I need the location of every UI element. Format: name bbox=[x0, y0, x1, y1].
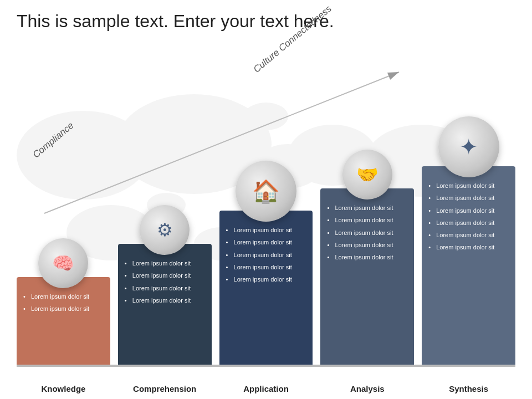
analysis-list: Lorem ipsum dolor sit Lorem ipsum dolor … bbox=[327, 204, 407, 261]
application-list: Lorem ipsum dolor sit Lorem ipsum dolor … bbox=[226, 226, 306, 283]
sphere-application: 🏠 bbox=[236, 161, 296, 222]
label-comprehension: Comprehension bbox=[118, 384, 212, 393]
list-item: Lorem ipsum dolor sit bbox=[327, 229, 407, 237]
label-knowledge: Knowledge bbox=[17, 384, 110, 393]
list-item: Lorem ipsum dolor sit bbox=[226, 251, 306, 259]
list-item: Lorem ipsum dolor sit bbox=[125, 259, 205, 267]
column-analysis: 🤝 Lorem ipsum dolor sit Lorem ipsum dolo… bbox=[320, 150, 414, 366]
list-item: Lorem ipsum dolor sit bbox=[125, 296, 205, 304]
list-item: Lorem ipsum dolor sit bbox=[327, 216, 407, 224]
bar-synthesis: Lorem ipsum dolor sit Lorem ipsum dolor … bbox=[422, 166, 515, 366]
list-item: Lorem ipsum dolor sit bbox=[428, 231, 509, 239]
column-comprehension: ⚙ Lorem ipsum dolor sit Lorem ipsum dolo… bbox=[118, 205, 212, 366]
synthesis-list: Lorem ipsum dolor sit Lorem ipsum dolor … bbox=[428, 182, 509, 252]
list-item: Lorem ipsum dolor sit bbox=[226, 263, 306, 271]
label-synthesis: Synthesis bbox=[422, 384, 515, 393]
list-item: Lorem ipsum dolor sit bbox=[428, 243, 509, 251]
list-item: Lorem ipsum dolor sit bbox=[428, 182, 509, 190]
bar-comprehension: Lorem ipsum dolor sit Lorem ipsum dolor … bbox=[118, 244, 212, 366]
page-title: This is sample text. Enter your text her… bbox=[17, 11, 334, 32]
bar-knowledge: Lorem ipsum dolor sit Lorem ipsum dolor … bbox=[17, 277, 110, 366]
network-icon: ✦ bbox=[459, 134, 478, 160]
bottom-labels: Knowledge Comprehension Application Anal… bbox=[17, 384, 515, 393]
bar-application: Lorem ipsum dolor sit Lorem ipsum dolor … bbox=[219, 211, 313, 366]
list-item: Lorem ipsum dolor sit bbox=[327, 204, 407, 212]
sphere-synthesis: ✦ bbox=[438, 116, 499, 177]
column-synthesis: ✦ Lorem ipsum dolor sit Lorem ipsum dolo… bbox=[422, 116, 515, 366]
column-knowledge: 🧠 Lorem ipsum dolor sit Lorem ipsum dolo… bbox=[17, 238, 110, 366]
home-icon: 🏠 bbox=[252, 178, 280, 204]
handshake-icon: 🤝 bbox=[356, 164, 378, 185]
comprehension-list: Lorem ipsum dolor sit Lorem ipsum dolor … bbox=[125, 259, 205, 304]
sphere-knowledge: 🧠 bbox=[38, 238, 88, 288]
list-item: Lorem ipsum dolor sit bbox=[226, 238, 306, 246]
list-item: Lorem ipsum dolor sit bbox=[125, 272, 205, 279]
list-item: Lorem ipsum dolor sit bbox=[428, 207, 509, 214]
label-analysis: Analysis bbox=[320, 384, 414, 393]
gear-icon: ⚙ bbox=[157, 219, 173, 241]
knowledge-list: Lorem ipsum dolor sit Lorem ipsum dolor … bbox=[23, 293, 104, 313]
list-item: Lorem ipsum dolor sit bbox=[226, 275, 306, 283]
chart-baseline bbox=[17, 365, 515, 367]
list-item: Lorem ipsum dolor sit bbox=[23, 305, 104, 313]
list-item: Lorem ipsum dolor sit bbox=[327, 253, 407, 261]
sphere-comprehension: ⚙ bbox=[140, 205, 190, 255]
list-item: Lorem ipsum dolor sit bbox=[428, 219, 509, 227]
column-application: 🏠 Lorem ipsum dolor sit Lorem ipsum dolo… bbox=[219, 161, 313, 366]
bar-analysis: Lorem ipsum dolor sit Lorem ipsum dolor … bbox=[320, 188, 414, 366]
sphere-analysis: 🤝 bbox=[342, 150, 392, 200]
head-gear-icon: 🧠 bbox=[52, 253, 74, 274]
label-application: Application bbox=[219, 384, 313, 393]
list-item: Lorem ipsum dolor sit bbox=[23, 293, 104, 300]
list-item: Lorem ipsum dolor sit bbox=[226, 226, 306, 234]
list-item: Lorem ipsum dolor sit bbox=[125, 284, 205, 292]
list-item: Lorem ipsum dolor sit bbox=[327, 241, 407, 249]
chart-container: 🧠 Lorem ipsum dolor sit Lorem ipsum dolo… bbox=[17, 116, 515, 366]
list-item: Lorem ipsum dolor sit bbox=[428, 194, 509, 202]
